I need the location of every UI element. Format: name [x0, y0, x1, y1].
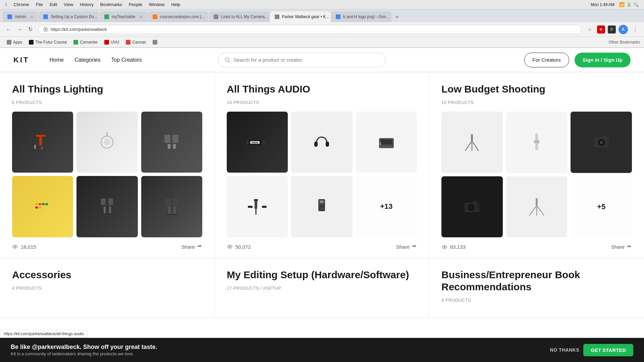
- bookmark-pin[interactable]: [150, 39, 160, 46]
- tab-parker[interactable]: Parker Walbeck gear • K... ✕: [270, 11, 330, 22]
- for-creators-button[interactable]: For Creators: [524, 53, 569, 67]
- apple-menu[interactable]: : [5, 2, 7, 7]
- kit-title-books[interactable]: Business/Entrepreneur Book Recommendatio…: [441, 269, 632, 293]
- kit-image-b5[interactable]: [506, 176, 568, 238]
- kit-image-b3[interactable]: [571, 112, 632, 173]
- profile-button[interactable]: A: [619, 25, 628, 34]
- product-svg-l4: [33, 196, 53, 217]
- nav-top-creators[interactable]: Top Creators: [111, 57, 142, 63]
- kit-title-budget[interactable]: Low Budget Shooting: [441, 83, 632, 95]
- window-menu[interactable]: Window: [149, 2, 164, 7]
- svg-rect-26: [100, 213, 114, 215]
- chrome-menu[interactable]: Chrome: [14, 2, 29, 7]
- site-nav: Home Categories Top Creators: [49, 57, 142, 63]
- kit-image-l4[interactable]: [12, 176, 73, 237]
- kit-image-a2[interactable]: [291, 112, 352, 173]
- kit-image-l6[interactable]: [141, 176, 202, 237]
- tab-favicon-course: [153, 14, 157, 19]
- new-tab-button[interactable]: +: [392, 12, 402, 22]
- tab-label-admin: Admin: [15, 14, 26, 19]
- share-icon-audio: [412, 244, 417, 249]
- tab-favicon-admin: [7, 14, 12, 19]
- tab-close-teachable[interactable]: ✕: [140, 15, 143, 19]
- mac-menubar:  Chrome File Edit View History Bookmark…: [0, 0, 644, 9]
- browser-chrome: Admin ✕ Setting Up a Custom Do... ✕ myTe…: [0, 9, 644, 48]
- refresh-button[interactable]: ↻: [25, 25, 35, 34]
- address-bar[interactable]: https://kit.com/parkerwalbeck: [38, 25, 582, 34]
- history-menu[interactable]: History: [80, 2, 93, 7]
- svg-rect-62: [535, 143, 538, 150]
- get-started-button[interactable]: GET STARTED: [583, 344, 633, 356]
- kit-image-a6-more[interactable]: +13: [356, 176, 417, 237]
- kit-title-audio[interactable]: All Things AUDIO: [227, 83, 417, 95]
- kit-image-b6-more[interactable]: +5: [571, 176, 632, 238]
- star-button[interactable]: ☆: [585, 25, 594, 34]
- main-content: All Things Lighting 6 PRODUCTS: [0, 72, 644, 318]
- bookmarks-bar: Apps The Futur Course Converter UVU Canv…: [0, 37, 644, 48]
- site-logo[interactable]: KIT: [13, 56, 29, 64]
- kit-title-editing[interactable]: My Editing Setup (Hardware/Software): [227, 269, 417, 281]
- svg-rect-24: [104, 206, 106, 214]
- search-icon: [224, 57, 230, 63]
- bookmark-canvas[interactable]: Canvas: [123, 39, 149, 46]
- nav-categories[interactable]: Categories: [74, 57, 100, 63]
- kit-image-b2[interactable]: [506, 112, 568, 173]
- svg-rect-21: [39, 206, 41, 208]
- view-menu[interactable]: View: [64, 2, 73, 7]
- kit-title-lighting[interactable]: All Things Lighting: [12, 83, 202, 95]
- forward-button[interactable]: →: [15, 25, 24, 34]
- nav-home[interactable]: Home: [49, 57, 64, 63]
- back-button[interactable]: ←: [4, 25, 13, 34]
- tab-admin[interactable]: Admin ✕: [3, 11, 38, 22]
- extension2-button[interactable]: P: [608, 25, 616, 34]
- kit-share-lighting[interactable]: Share: [181, 244, 202, 250]
- svg-point-52: [320, 205, 322, 207]
- file-menu[interactable]: File: [36, 2, 43, 7]
- more-button[interactable]: ⋮: [631, 25, 640, 34]
- kit-title-accessories[interactable]: Accessories: [12, 269, 202, 281]
- edit-menu[interactable]: Edit: [50, 2, 57, 7]
- bookmarks-menu[interactable]: Bookmarks: [100, 2, 122, 7]
- tab-links[interactable]: Links to ALL My Camera... ✕: [209, 11, 269, 22]
- sign-in-button[interactable]: Sign In / Sign Up: [575, 53, 631, 67]
- tab-myteachable[interactable]: myTeachable ✕: [100, 11, 147, 22]
- tab-close-admin[interactable]: ✕: [30, 15, 33, 19]
- svg-rect-38: [314, 141, 318, 147]
- bookmark-apps[interactable]: Apps: [4, 39, 25, 46]
- extension1-button[interactable]: K: [597, 25, 605, 34]
- svg-rect-41: [380, 139, 392, 147]
- other-bookmarks[interactable]: Other Bookmarks: [609, 40, 640, 45]
- svg-rect-67: [601, 135, 605, 138]
- kit-count-budget: 10 PRODUCTS: [441, 100, 632, 105]
- bookmark-futur[interactable]: The Futur Course: [26, 39, 69, 46]
- kit-image-l2[interactable]: [76, 112, 138, 173]
- kit-image-b4[interactable]: [441, 176, 503, 238]
- bookmark-converter[interactable]: Converter: [71, 39, 100, 46]
- kit-image-a4[interactable]: [227, 176, 288, 237]
- tab-custom-do[interactable]: Setting Up a Custom Do... ✕: [39, 11, 99, 22]
- kit-image-a3[interactable]: [356, 112, 417, 173]
- svg-rect-20: [35, 206, 38, 208]
- tab-coursecreator[interactable]: coursecreatorpro.com |... ✕: [148, 11, 208, 22]
- kit-image-a5[interactable]: [291, 176, 352, 237]
- product-svg-tripod: [462, 132, 482, 152]
- kit-image-l5[interactable]: [76, 176, 138, 237]
- kit-share-audio[interactable]: Share: [396, 244, 417, 250]
- kit-image-l3[interactable]: [141, 112, 202, 173]
- svg-rect-29: [168, 206, 170, 215]
- product-svg-case: [376, 132, 396, 152]
- kit-image-l1[interactable]: [12, 112, 73, 173]
- svg-rect-54: [319, 210, 324, 211]
- tab-google[interactable]: b and H logo png\ - Goo... ✕: [331, 11, 391, 22]
- kit-share-budget[interactable]: Share: [611, 244, 632, 250]
- no-thanks-button[interactable]: NO THANKS: [550, 347, 580, 353]
- bookmark-label-converter: Converter: [80, 40, 98, 45]
- kit-image-a1[interactable]: RØDE: [227, 112, 288, 173]
- people-menu[interactable]: People: [129, 2, 142, 7]
- bookmark-uvu[interactable]: UVU: [102, 39, 122, 46]
- search-input[interactable]: [234, 57, 379, 63]
- bookmark-icon-apps: [7, 40, 11, 45]
- help-menu[interactable]: Help: [171, 2, 180, 7]
- tab-label-links: Links to ALL My Camera...: [221, 14, 268, 19]
- kit-image-b1[interactable]: [441, 112, 503, 173]
